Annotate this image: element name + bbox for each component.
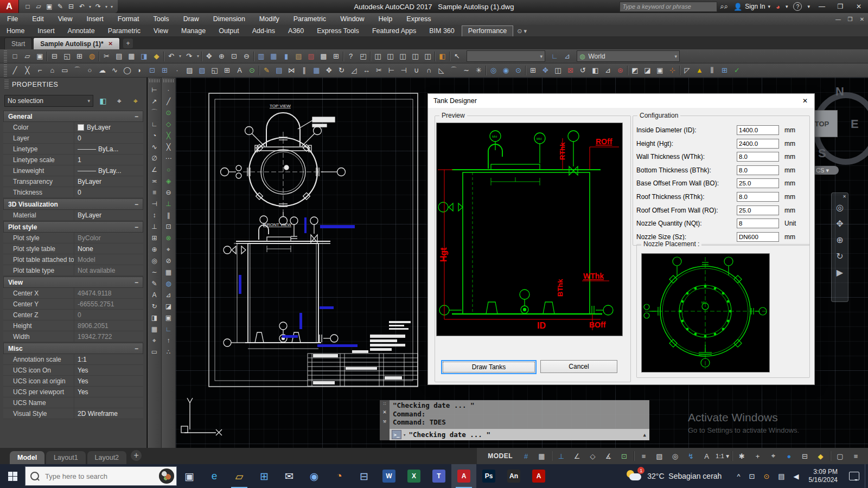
draw-tanks-button[interactable]: Draw Tanks bbox=[441, 360, 537, 374]
tool-palettes-icon[interactable]: ▮ bbox=[280, 50, 292, 62]
top-view-drawing[interactable]: TOP VIEW bbox=[221, 104, 346, 225]
taskbar-weather[interactable]: 1 32°C Sebagian cerah bbox=[627, 469, 722, 483]
new-layout-button[interactable]: + bbox=[131, 450, 142, 461]
dim-quick-icon[interactable]: ≍ bbox=[149, 175, 161, 187]
qsave-icon[interactable]: ▣ bbox=[34, 50, 46, 62]
join-icon[interactable]: ∩ bbox=[423, 64, 435, 76]
quick-calc-icon[interactable]: ⊞ bbox=[330, 50, 342, 62]
zoom-window-icon[interactable]: ⊡ bbox=[228, 50, 240, 62]
isodraft-icon[interactable]: ◇ bbox=[585, 449, 601, 463]
nav-zoom-icon[interactable]: ⊕ bbox=[833, 232, 846, 248]
lineweight-icon[interactable]: ≡ bbox=[636, 449, 652, 463]
offset-icon[interactable]: ∥ bbox=[298, 64, 310, 76]
property-row[interactable]: Color ——— ByLayer bbox=[3, 122, 143, 133]
menu-item[interactable]: Insert bbox=[80, 13, 111, 25]
warn-block-icon[interactable]: ▲ bbox=[693, 64, 706, 76]
menu-item[interactable]: View bbox=[51, 13, 80, 25]
open-icon[interactable]: ▱ bbox=[21, 50, 34, 62]
ribbon-tab[interactable]: Manage bbox=[175, 26, 212, 36]
menu-item[interactable]: Express bbox=[399, 13, 438, 25]
polar-icon[interactable]: ∠ bbox=[569, 449, 585, 463]
menu-item[interactable]: Edit bbox=[25, 13, 51, 25]
osnap-center-icon[interactable]: ○ bbox=[163, 164, 175, 175]
viewcube-south-label[interactable]: S bbox=[818, 146, 826, 160]
model-space-button[interactable]: MODEL bbox=[482, 452, 518, 460]
qsave-icon[interactable]: ▣ bbox=[44, 1, 55, 12]
rectangle-icon[interactable]: ▭ bbox=[59, 64, 71, 76]
dim-inspect-icon[interactable]: ◎ bbox=[149, 255, 161, 266]
donut-2-icon[interactable]: ◉ bbox=[500, 64, 512, 76]
snap-icon[interactable]: ▦ bbox=[534, 449, 550, 463]
teams-icon[interactable]: T T bbox=[426, 464, 451, 488]
property-row[interactable]: Thickness ——— 0 bbox=[3, 187, 143, 198]
hardware-accel-icon[interactable]: ● bbox=[781, 449, 797, 463]
paste-block-icon[interactable]: ◨ bbox=[138, 50, 150, 62]
make-block-icon[interactable]: ⊞ bbox=[158, 64, 171, 76]
excel-icon[interactable]: X X bbox=[401, 464, 426, 488]
toolbar-grip[interactable] bbox=[163, 79, 174, 82]
undo-icon[interactable]: ↶ bbox=[76, 1, 87, 12]
ucs-3point-icon[interactable]: ∴ bbox=[163, 346, 175, 357]
ucs-icon[interactable]: ∟ bbox=[548, 50, 561, 62]
mirror-copy-icon[interactable]: ◧ bbox=[589, 64, 602, 76]
ribbon-tab[interactable]: BIM 360 bbox=[423, 26, 461, 36]
ucs-dialog-icon[interactable]: ⊿ bbox=[561, 50, 573, 62]
ribbon-tab[interactable]: Featured Apps bbox=[366, 26, 422, 36]
nav-showmotion-icon[interactable]: ▶ bbox=[833, 264, 846, 280]
properties-icon[interactable]: ▥ bbox=[255, 50, 267, 62]
dim-continue-icon[interactable]: ⊣ bbox=[149, 198, 161, 209]
property-row[interactable]: Height 8906.2051 bbox=[3, 320, 143, 331]
minimize-button[interactable]: — bbox=[813, 0, 831, 13]
osnap-settings-icon[interactable]: ▦ bbox=[163, 266, 175, 278]
dim-jogged-icon[interactable]: ∿ bbox=[149, 141, 161, 152]
taskbar-search-input[interactable] bbox=[44, 472, 159, 481]
calculator-icon[interactable]: ⊟ ⊟ bbox=[352, 464, 376, 488]
volume-icon[interactable]: ◀ bbox=[794, 472, 799, 480]
copy-icon[interactable]: ▤ bbox=[273, 64, 285, 76]
view-box-4-icon[interactable]: ◫ bbox=[409, 50, 422, 62]
word-icon[interactable]: W W bbox=[376, 464, 401, 488]
match-properties-icon[interactable]: ◆ bbox=[150, 50, 163, 62]
tray-warning-icon[interactable]: ◆ bbox=[813, 449, 828, 463]
array-icon[interactable]: ▦ bbox=[310, 64, 323, 76]
dim-style-icon[interactable]: ◨ bbox=[149, 312, 161, 323]
ucs-object-icon[interactable]: ⊿ bbox=[163, 289, 175, 300]
command-input-line[interactable]: >_ ▾ "Checking date ... " ▲ bbox=[390, 428, 649, 440]
selection-dropdown[interactable]: No selection ▾ bbox=[4, 95, 93, 107]
config-input[interactable] bbox=[737, 232, 779, 242]
config-input[interactable] bbox=[737, 178, 779, 188]
draworder-back-icon[interactable]: ▣ bbox=[654, 64, 666, 76]
field-icon[interactable]: ◰ bbox=[357, 50, 369, 62]
ucs-face-icon[interactable]: ◪ bbox=[163, 300, 175, 312]
viewcube-east-label[interactable]: E bbox=[851, 117, 859, 131]
a360-logo-icon[interactable]: ◕ bbox=[776, 3, 780, 11]
hatch-icon[interactable]: ▨ bbox=[183, 64, 196, 76]
point-icon[interactable]: ∙ bbox=[171, 64, 183, 76]
cast-icon[interactable]: ⊡ bbox=[749, 472, 755, 480]
overkill-icon[interactable]: ⊛ bbox=[614, 64, 627, 76]
command-scroll-icon[interactable]: ▲ bbox=[643, 432, 646, 438]
osnap-temp-icon[interactable]: ∙ bbox=[163, 84, 175, 95]
layout-tab[interactable]: Layout1 bbox=[46, 451, 85, 464]
osnap-midpoint-icon[interactable]: ◇ bbox=[163, 118, 175, 130]
close-button[interactable]: ✕ bbox=[850, 0, 868, 13]
layout-tab[interactable]: Layout2 bbox=[87, 451, 126, 464]
command-close-icon[interactable]: ✕ bbox=[383, 408, 387, 415]
dim-diameter-icon[interactable]: ∅ bbox=[149, 152, 161, 164]
menu-item[interactable]: Parametric bbox=[286, 13, 333, 25]
ellipse-icon[interactable]: ◯ bbox=[121, 64, 133, 76]
keyword-search-input[interactable] bbox=[620, 2, 717, 12]
ribbon-tab[interactable]: Express Tools bbox=[311, 26, 365, 36]
donut-1-icon[interactable]: ◎ bbox=[487, 64, 500, 76]
config-input[interactable] bbox=[737, 192, 779, 202]
osnap-tangent-icon[interactable]: ⊖ bbox=[163, 187, 175, 198]
markup-icon[interactable]: ▨ bbox=[305, 50, 317, 62]
firefox-icon[interactable]: ◔ ◔ bbox=[327, 464, 352, 488]
autocad-icon[interactable]: A A bbox=[451, 464, 476, 488]
property-row[interactable]: Width 19342.7722 bbox=[3, 331, 143, 342]
a360-arrow-icon[interactable]: ▾ bbox=[786, 4, 788, 9]
dim-edit-icon[interactable]: ✎ bbox=[149, 278, 161, 289]
3d-print-icon[interactable]: ◍ bbox=[86, 50, 98, 62]
property-row[interactable]: Plot style ByColor bbox=[3, 233, 143, 243]
ucs-zaxis-icon[interactable]: ↑ bbox=[163, 335, 175, 346]
